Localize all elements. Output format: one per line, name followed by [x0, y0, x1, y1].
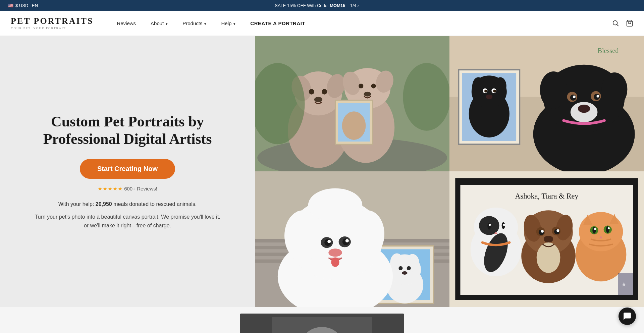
chevron-down-icon — [233, 20, 235, 26]
photo-cell-4: Ashoka, Tiara & Rey — [449, 171, 644, 307]
logo-title: PET PORTRAITS — [11, 17, 93, 25]
cart-button[interactable] — [626, 19, 633, 27]
chevron-down-icon — [204, 20, 206, 26]
svg-point-74 — [327, 240, 331, 243]
photo-3-image — [255, 171, 449, 307]
search-icon — [612, 19, 619, 27]
logo-subtitle: YOUR PET. YOUR PORTRAIT. — [11, 26, 67, 30]
nav-help[interactable]: Help — [214, 11, 243, 36]
svg-point-36 — [486, 95, 492, 99]
reviews-count: 600+ Reviews! — [124, 186, 157, 191]
hero-title: Custom Pet Portraits by Professional Dig… — [27, 113, 228, 149]
cart-icon — [626, 19, 633, 27]
top-bar: 🇺🇸 $ USD · EN SALE 15% OFF With Code: MO… — [0, 0, 644, 11]
svg-point-68 — [351, 210, 384, 258]
svg-point-92 — [489, 224, 491, 226]
svg-point-14 — [322, 89, 327, 95]
meals-prefix: With your help: — [58, 201, 96, 207]
sale-nav[interactable]: 1/4 › — [350, 3, 359, 8]
svg-point-62 — [398, 266, 402, 270]
svg-point-34 — [484, 90, 487, 93]
meals-count: 20,950 — [96, 201, 112, 207]
svg-point-31 — [494, 77, 506, 95]
bottom-preview-image — [272, 317, 372, 333]
svg-point-47 — [596, 95, 599, 98]
locale-text: $ USD · EN — [15, 3, 38, 8]
nav-links: Reviews About Products Help CREATE A POR… — [109, 11, 612, 36]
bottom-section — [0, 307, 644, 333]
chat-icon — [623, 312, 632, 321]
svg-point-67 — [284, 210, 322, 261]
create-portrait-button[interactable]: CREATE A PORTRAIT — [243, 11, 313, 36]
photo-2-image: Blessed — [449, 36, 644, 171]
svg-point-40 — [602, 72, 628, 106]
svg-point-30 — [472, 77, 484, 96]
meals-donation: With your help: 20,950 meals donated to … — [58, 201, 197, 207]
flag-icon: 🇺🇸 — [8, 3, 13, 8]
nav-icon-group — [612, 19, 633, 27]
start-creating-button[interactable]: Start Creating Now — [80, 159, 175, 179]
svg-point-35 — [493, 90, 496, 93]
photo-cell-2: Blessed — [449, 36, 644, 171]
svg-point-114 — [606, 226, 609, 233]
svg-point-16 — [371, 84, 376, 88]
svg-point-105 — [556, 229, 559, 232]
svg-point-23 — [403, 63, 450, 131]
chevron-down-icon — [165, 20, 168, 26]
svg-point-90 — [487, 223, 491, 230]
svg-text:Ashoka, Tiara & Rey: Ashoka, Tiara & Rey — [515, 192, 579, 200]
svg-point-15 — [359, 84, 363, 88]
svg-point-13 — [309, 89, 314, 95]
nav-about[interactable]: About — [143, 11, 175, 36]
bottom-preview — [240, 314, 404, 333]
locale-selector[interactable]: 🇺🇸 $ USD · EN — [8, 3, 38, 8]
search-button[interactable] — [612, 19, 619, 27]
star-rating: ★★★★★ — [98, 186, 123, 191]
svg-point-18 — [364, 92, 371, 97]
hero-photo-grid: Blessed — [255, 36, 644, 307]
svg-point-115 — [594, 228, 596, 230]
svg-point-106 — [544, 236, 553, 242]
sale-code: MOM15 — [330, 3, 345, 8]
svg-point-113 — [592, 227, 596, 234]
hero-promise: Turn your pet's photo into a beautiful c… — [34, 213, 221, 230]
svg-point-77 — [331, 258, 339, 267]
svg-point-75 — [345, 239, 349, 242]
sale-text: SALE 15% OFF With Code: — [275, 3, 330, 8]
svg-point-93 — [503, 224, 505, 226]
chat-button[interactable] — [619, 308, 636, 325]
hero-section: Custom Pet Portraits by Professional Dig… — [0, 36, 644, 307]
svg-text:★: ★ — [621, 281, 627, 288]
svg-point-116 — [608, 227, 610, 229]
meals-suffix: meals donated to rescued animals. — [112, 201, 197, 207]
svg-point-46 — [573, 96, 576, 98]
photo-cell-1 — [255, 36, 449, 171]
hero-content: Custom Pet Portraits by Professional Dig… — [0, 36, 255, 307]
photo-4-image: Ashoka, Tiara & Rey — [449, 171, 644, 307]
svg-point-0 — [613, 21, 618, 25]
reviews-summary: ★★★★★ 600+ Reviews! — [98, 185, 157, 192]
svg-point-64 — [402, 271, 407, 275]
nav-products[interactable]: Products — [175, 11, 214, 36]
main-nav: PET PORTRAITS YOUR PET. YOUR PORTRAIT. R… — [0, 11, 644, 36]
svg-line-1 — [617, 24, 618, 26]
svg-point-76 — [328, 248, 342, 257]
svg-point-17 — [314, 97, 322, 102]
svg-point-21 — [342, 111, 366, 140]
sale-banner: SALE 15% OFF With Code: MOM15 1/4 › — [38, 3, 596, 8]
photo-cell-3 — [255, 171, 449, 307]
svg-text:Blessed: Blessed — [598, 47, 619, 54]
site-logo[interactable]: PET PORTRAITS YOUR PET. YOUR PORTRAIT. — [11, 17, 93, 30]
svg-point-39 — [540, 71, 567, 109]
svg-point-63 — [407, 266, 411, 270]
nav-reviews[interactable]: Reviews — [109, 11, 143, 36]
photo-1-image — [255, 36, 449, 171]
svg-point-48 — [578, 105, 590, 113]
svg-point-69 — [308, 188, 363, 222]
svg-point-104 — [541, 230, 544, 233]
